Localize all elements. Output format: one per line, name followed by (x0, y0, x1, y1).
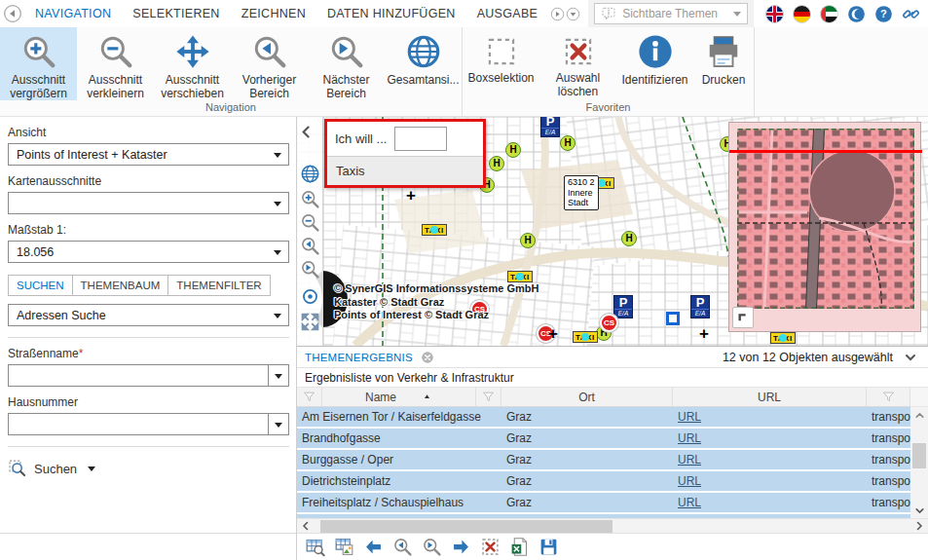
zoom-out-icon[interactable] (300, 212, 320, 233)
scroll-up-button[interactable] (910, 407, 928, 423)
strassenname-dropdown-button[interactable] (268, 364, 289, 387)
filter-ort-button[interactable] (476, 388, 501, 406)
taxi-stand-marker[interactable]: TAXI (770, 332, 796, 344)
scroll-right-button[interactable] (910, 519, 928, 534)
full-extent-button[interactable]: Gesamtansi... (385, 27, 462, 100)
ansicht-select[interactable]: Points of Interest + Kataster (8, 143, 289, 166)
overview-toggle-button[interactable] (732, 307, 754, 328)
menu-tab-ausgabe[interactable]: AUSGABE (466, 7, 549, 20)
menu-tab-selektieren[interactable]: SELEKTIEREN (122, 7, 230, 20)
vertical-scrollbar[interactable] (910, 388, 928, 518)
previous-result-icon[interactable] (363, 537, 384, 557)
expand-map-icon[interactable] (300, 312, 320, 332)
result-maptip-icon[interactable] (334, 537, 354, 557)
next-extent-button[interactable]: NächsterBereich (308, 27, 385, 100)
clear-selection-button[interactable]: Auswahllöschen (539, 27, 616, 100)
selected-point-marker[interactable] (666, 312, 680, 325)
tab-themenergebnis[interactable]: THEMENERGEBNIS (305, 352, 413, 363)
overview-map[interactable] (728, 122, 921, 332)
next-result-icon[interactable] (451, 537, 471, 557)
column-header-name[interactable]: Name (322, 388, 476, 406)
bus-stop-marker[interactable]: H (621, 231, 637, 246)
collapse-sidebar-icon[interactable] (298, 124, 315, 140)
column-header-url[interactable]: URL (673, 388, 867, 406)
pan-button[interactable]: Ausschnittverschieben (154, 27, 231, 100)
center-map-icon[interactable] (300, 286, 320, 307)
scroll-down-button[interactable] (910, 503, 928, 518)
search-type-select[interactable]: Adressen Suche (8, 304, 289, 326)
full-extent-icon[interactable] (300, 164, 320, 184)
zoom-out-button[interactable]: Ausschnittverkleinern (77, 27, 154, 100)
menu-tab-navigation[interactable]: NAVIGATION (24, 7, 122, 20)
map-canvas[interactable]: H H H H H H H H H TAXI TAXI TAXI TAXI TA… (297, 117, 928, 346)
identify-button[interactable]: Identifizieren (616, 27, 693, 100)
zoom-to-results-icon[interactable] (305, 537, 325, 557)
bus-stop-marker[interactable]: H (560, 135, 575, 151)
taxi-stand-marker[interactable]: TAXI (573, 331, 598, 343)
zoom-next-result-icon[interactable] (422, 537, 442, 557)
next-extent-icon[interactable] (300, 259, 320, 280)
box-selection-button[interactable]: Boxselektion (463, 27, 539, 100)
zoom-in-icon[interactable] (300, 189, 320, 209)
visible-themes-select[interactable]: Sichtbare Themen (594, 3, 748, 24)
export-excel-icon[interactable] (509, 537, 530, 557)
collapse-results-icon[interactable] (903, 350, 918, 365)
close-results-icon[interactable] (421, 351, 434, 364)
language-english-flag-icon[interactable] (765, 5, 784, 23)
print-button[interactable]: Drucken (693, 27, 754, 100)
scrollbar-thumb[interactable] (912, 443, 926, 468)
table-row[interactable]: Brandhofgasse Graz URL transport (297, 429, 910, 450)
kartenausschnitte-select[interactable] (8, 192, 289, 214)
taxi-stand-marker[interactable]: TAXI (507, 271, 533, 282)
bus-stop-marker[interactable]: H (505, 142, 521, 158)
language-german-flag-icon[interactable] (793, 5, 811, 23)
hausnummer-input[interactable] (8, 413, 268, 435)
table-row[interactable]: Freiheitsplatz / Schauspielhaus Graz URL… (297, 493, 910, 514)
tab-themenbaum[interactable]: THEMENBAUM (73, 275, 169, 296)
scroll-left-button[interactable] (297, 519, 315, 534)
ich-will-input[interactable] (394, 127, 447, 151)
cell-url-link[interactable]: URL (673, 493, 867, 512)
horizontal-scrollbar[interactable] (297, 518, 928, 533)
filter-extra-button[interactable] (867, 388, 910, 406)
menu-scroll-right-icon[interactable] (550, 7, 565, 21)
scrollbar-track[interactable] (315, 519, 910, 534)
menu-scroll-left-icon[interactable] (3, 4, 22, 23)
cell-url-link[interactable]: URL (673, 429, 867, 448)
parking-marker[interactable]: PE/A (613, 295, 633, 318)
save-results-icon[interactable] (538, 537, 559, 557)
hausnummer-dropdown-button[interactable] (268, 413, 289, 435)
column-header-ort[interactable]: Ort (501, 388, 673, 406)
menu-tab-daten-hinzufuegen[interactable]: DATEN HINZUFÜGEN (316, 7, 466, 20)
scrollbar-track[interactable] (910, 423, 928, 503)
carsharing-marker[interactable]: CS (600, 314, 618, 332)
massstab-select[interactable]: 18.056 (8, 241, 289, 263)
menu-more-icon[interactable] (566, 7, 580, 21)
taxi-stand-marker[interactable]: TAXI (422, 224, 447, 236)
cell-url-link[interactable]: URL (673, 407, 867, 427)
tab-suchen[interactable]: SUCHEN (8, 275, 73, 296)
help-icon[interactable] (874, 5, 893, 23)
bus-stop-marker[interactable]: H (489, 156, 504, 171)
zoom-in-button[interactable]: Ausschnittvergrößern (0, 27, 77, 100)
table-row[interactable]: Burggasse / Oper Graz URL transport (297, 450, 910, 471)
zoom-previous-result-icon[interactable] (392, 537, 413, 557)
language-arabic-flag-icon[interactable] (820, 5, 838, 23)
menu-tab-zeichnen[interactable]: ZEICHNEN (231, 7, 316, 20)
cell-url-link[interactable]: URL (673, 471, 867, 491)
bus-stop-marker[interactable]: H (520, 233, 536, 248)
tab-themenfilter[interactable]: THEMENFILTER (168, 275, 270, 296)
previous-extent-icon[interactable] (300, 236, 320, 256)
parking-marker[interactable]: PE/A (540, 117, 560, 137)
filter-name-button[interactable] (297, 388, 322, 406)
strassenname-input[interactable] (8, 364, 268, 387)
share-link-icon[interactable] (902, 5, 920, 23)
parking-marker[interactable]: PE/A (690, 295, 710, 318)
table-row[interactable]: Dietrichsteinplatz Graz URL transport (297, 471, 910, 493)
clear-result-selection-icon[interactable] (480, 537, 501, 557)
ich-will-item-taxis[interactable]: Taxis (327, 156, 483, 185)
cell-url-link[interactable]: URL (673, 450, 867, 469)
table-row[interactable]: Am Eisernen Tor / Kaiserfeldgasse Graz U… (297, 407, 910, 429)
suchen-button[interactable]: Suchen (8, 459, 95, 478)
night-mode-icon[interactable] (847, 5, 866, 23)
